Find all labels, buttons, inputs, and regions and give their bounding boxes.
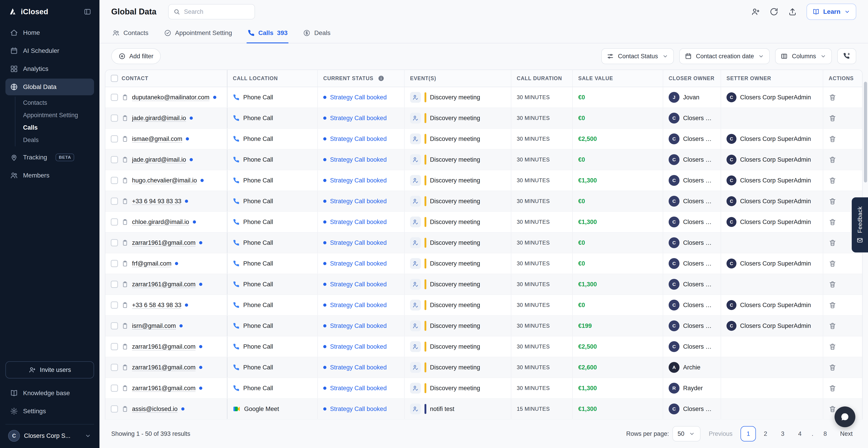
row-checkbox[interactable]: [111, 218, 118, 226]
page-button[interactable]: 4: [792, 426, 807, 442]
status-link[interactable]: Strategy Call booked: [330, 218, 387, 226]
learn-button[interactable]: Learn: [807, 4, 856, 20]
sidebar-item-contacts[interactable]: Contacts: [16, 97, 94, 109]
row-checkbox[interactable]: [111, 177, 118, 184]
row-checkbox[interactable]: [111, 260, 118, 267]
copy-icon[interactable]: [122, 406, 128, 412]
delete-button[interactable]: [829, 280, 836, 288]
row-checkbox[interactable]: [111, 343, 118, 350]
add-filter-button[interactable]: Add filter: [111, 48, 161, 64]
status-link[interactable]: Strategy Call booked: [330, 136, 387, 142]
delete-button[interactable]: [829, 239, 836, 247]
row-checkbox[interactable]: [111, 384, 118, 392]
tab-appointment-setting[interactable]: Appointment Setting: [163, 24, 233, 43]
delete-button[interactable]: [829, 301, 836, 309]
status-link[interactable]: Strategy Call booked: [330, 385, 387, 392]
copy-icon[interactable]: [122, 115, 128, 122]
row-checkbox[interactable]: [111, 302, 118, 309]
copy-icon[interactable]: [122, 385, 128, 391]
info-icon[interactable]: [378, 75, 384, 81]
status-link[interactable]: Strategy Call booked: [330, 177, 387, 184]
copy-icon[interactable]: [122, 198, 128, 205]
sidebar-item-analytics[interactable]: Analytics: [5, 61, 94, 77]
copy-icon[interactable]: [122, 364, 128, 371]
copy-icon[interactable]: [122, 343, 128, 350]
row-checkbox[interactable]: [111, 114, 118, 122]
status-link[interactable]: Strategy Call booked: [330, 406, 387, 413]
sidebar-item-home[interactable]: Home: [5, 24, 94, 41]
copy-icon[interactable]: [122, 281, 128, 288]
sidebar-item-global-data[interactable]: Global Data: [5, 78, 94, 95]
copy-icon[interactable]: [122, 218, 128, 226]
contact-link[interactable]: ismae@gmail.com: [132, 136, 182, 142]
delete-button[interactable]: [829, 218, 836, 226]
delete-button[interactable]: [829, 322, 836, 330]
delete-button[interactable]: [829, 343, 836, 350]
delete-button[interactable]: [829, 364, 836, 371]
chat-launcher-button[interactable]: [835, 407, 855, 427]
copy-icon[interactable]: [122, 156, 128, 163]
contact-link[interactable]: frf@gmail.com: [132, 260, 171, 267]
contact-link[interactable]: +33 6 94 93 83 33: [132, 198, 181, 205]
sidebar-item-tracking[interactable]: Tracking BETA: [5, 149, 94, 166]
status-link[interactable]: Strategy Call booked: [330, 115, 387, 122]
status-link[interactable]: Strategy Call booked: [330, 198, 387, 205]
row-checkbox[interactable]: [111, 135, 118, 142]
copy-icon[interactable]: [122, 136, 128, 142]
delete-button[interactable]: [829, 177, 836, 184]
row-checkbox[interactable]: [111, 156, 118, 163]
sidebar-item-appointment-setting[interactable]: Appointment Setting: [16, 109, 94, 122]
status-link[interactable]: Strategy Call booked: [330, 322, 387, 330]
status-link[interactable]: Strategy Call booked: [330, 364, 387, 371]
contact-link[interactable]: zarrar1961@gmail.com: [132, 281, 195, 288]
contact-link[interactable]: chloe.girard@imail.io: [132, 218, 189, 226]
search-input[interactable]: [184, 8, 250, 15]
row-checkbox[interactable]: [111, 281, 118, 288]
delete-button[interactable]: [829, 156, 836, 164]
tab-calls[interactable]: Calls 393: [247, 24, 289, 43]
status-link[interactable]: Strategy Call booked: [330, 94, 387, 101]
tab-contacts[interactable]: Contacts: [111, 24, 149, 43]
contact-link[interactable]: isrn@gmail.com: [132, 322, 176, 330]
contact-link[interactable]: +33 6 58 43 98 33: [132, 302, 181, 309]
export-button[interactable]: [788, 7, 797, 16]
contact-link[interactable]: zarrar1961@gmail.com: [132, 385, 195, 392]
previous-page-button[interactable]: Previous: [704, 426, 737, 442]
row-checkbox[interactable]: [111, 198, 118, 205]
page-button[interactable]: 3: [775, 426, 790, 442]
account-switcher[interactable]: C Closers Corp S...: [5, 424, 94, 442]
sidebar-item-knowledge-base[interactable]: Knowledge base: [5, 385, 94, 402]
contact-link[interactable]: duputaneko@mailinator.com: [132, 94, 210, 101]
page-button[interactable]: 8: [817, 426, 833, 442]
delete-button[interactable]: [829, 94, 836, 101]
refresh-button[interactable]: [770, 7, 778, 16]
columns-dropdown[interactable]: Columns: [775, 48, 832, 64]
row-checkbox[interactable]: [111, 364, 118, 371]
status-link[interactable]: Strategy Call booked: [330, 156, 387, 163]
contact-link[interactable]: hugo.chevalier@imail.io: [132, 177, 197, 184]
contact-link[interactable]: zarrar1961@gmail.com: [132, 343, 195, 350]
contact-link[interactable]: zarrar1961@gmail.com: [132, 239, 195, 246]
delete-button[interactable]: [829, 384, 836, 392]
status-link[interactable]: Strategy Call booked: [330, 302, 387, 309]
add-call-button[interactable]: [837, 48, 856, 64]
copy-icon[interactable]: [122, 260, 128, 267]
add-member-button[interactable]: [751, 7, 760, 16]
delete-button[interactable]: [829, 114, 836, 122]
vertical-scrollbar[interactable]: [864, 82, 867, 182]
contact-link[interactable]: jade.girard@imail.io: [132, 156, 186, 163]
delete-button[interactable]: [829, 135, 836, 143]
invite-users-button[interactable]: Invite users: [5, 361, 94, 378]
contact-link[interactable]: zarrar1961@gmail.com: [132, 364, 195, 371]
status-link[interactable]: Strategy Call booked: [330, 239, 387, 246]
next-page-button[interactable]: Next: [836, 426, 856, 442]
contact-link[interactable]: assis@iclosed.io: [132, 406, 178, 413]
status-link[interactable]: Strategy Call booked: [330, 281, 387, 288]
delete-button[interactable]: [829, 260, 836, 267]
contact-status-dropdown[interactable]: Contact Status: [601, 48, 674, 64]
sidebar-item-ai-scheduler[interactable]: AI Scheduler: [5, 42, 94, 59]
feedback-tab[interactable]: Feedback: [852, 197, 868, 252]
page-button[interactable]: 1: [741, 426, 756, 442]
copy-icon[interactable]: [122, 177, 128, 184]
contact-creation-date-dropdown[interactable]: Contact creation date: [679, 48, 770, 64]
